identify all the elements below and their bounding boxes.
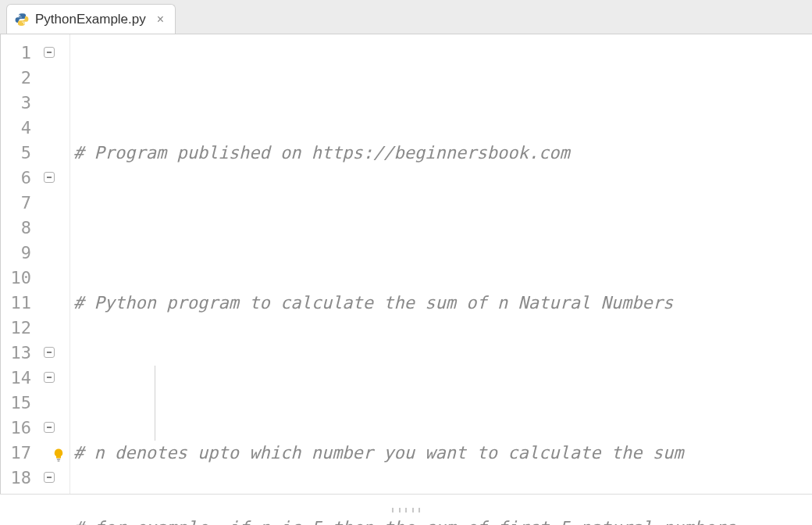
fold-toggle-icon[interactable] xyxy=(44,347,55,358)
code-line[interactable] xyxy=(70,216,812,241)
line-number: 6 xyxy=(1,166,31,191)
code-area[interactable]: # Program published on https://beginners… xyxy=(70,34,812,494)
tab-bar: PythonExample.py × xyxy=(0,0,812,34)
indent-guide xyxy=(155,366,155,441)
line-number: 15 xyxy=(1,391,31,416)
line-number: 17 xyxy=(1,441,31,466)
close-icon[interactable]: × xyxy=(157,13,164,26)
fold-toggle-icon[interactable] xyxy=(44,422,55,433)
line-number: 10 xyxy=(1,266,31,291)
line-number: 12 xyxy=(1,316,31,341)
line-number-gutter: 1 2 3 4 5 6 7 8 9 10 11 12 13 14 15 16 1… xyxy=(1,34,44,494)
line-number: 3 xyxy=(1,91,31,116)
python-file-icon xyxy=(15,12,29,27)
code-line[interactable]: # Python program to calculate the sum of… xyxy=(70,291,812,316)
line-number: 9 xyxy=(1,241,31,266)
line-number: 1 xyxy=(1,41,31,66)
code-line[interactable] xyxy=(70,366,812,391)
code-line[interactable]: # Program published on https://beginners… xyxy=(70,141,812,166)
fold-column xyxy=(44,34,70,494)
line-number: 5 xyxy=(1,141,31,166)
line-number: 16 xyxy=(1,416,31,441)
file-tab-label: PythonExample.py xyxy=(35,12,146,27)
code-editor[interactable]: 1 2 3 4 5 6 7 8 9 10 11 12 13 14 15 16 1… xyxy=(0,34,812,494)
lightbulb-icon[interactable] xyxy=(52,445,66,462)
fold-toggle-icon[interactable] xyxy=(44,472,55,483)
fold-toggle-icon[interactable] xyxy=(44,172,55,183)
fold-toggle-icon[interactable] xyxy=(44,372,55,383)
code-line[interactable]: # n denotes upto which number you want t… xyxy=(70,441,812,466)
line-number: 7 xyxy=(1,191,31,216)
file-tab[interactable]: PythonExample.py × xyxy=(6,4,176,34)
line-number: 8 xyxy=(1,216,31,241)
svg-rect-0 xyxy=(57,459,61,460)
line-number: 2 xyxy=(1,66,31,91)
line-number: 4 xyxy=(1,116,31,141)
code-line[interactable]: # for example, if n is 5 then the sum of… xyxy=(70,516,812,525)
line-number: 11 xyxy=(1,291,31,316)
line-number: 13 xyxy=(1,341,31,366)
fold-toggle-icon[interactable] xyxy=(44,47,55,58)
line-number: 14 xyxy=(1,366,31,391)
svg-rect-1 xyxy=(58,461,60,462)
line-number: 18 xyxy=(1,466,31,491)
